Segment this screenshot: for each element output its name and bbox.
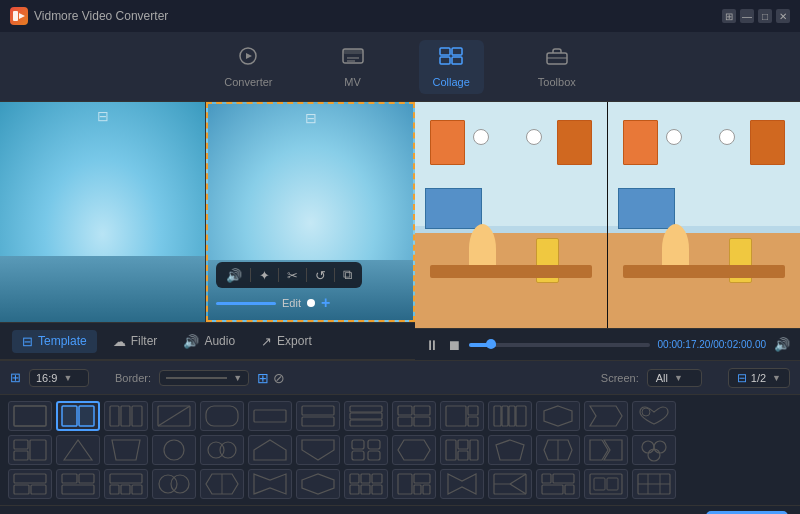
svg-rect-61 [470, 440, 478, 460]
svg-rect-25 [302, 417, 334, 426]
tpl-3-7[interactable] [296, 469, 340, 499]
tpl-1-11[interactable] [488, 401, 532, 431]
tpl-3-5[interactable] [200, 469, 244, 499]
sparkle-icon[interactable]: ✦ [259, 268, 270, 283]
tpl-3-9[interactable] [392, 469, 436, 499]
tpl-2-5[interactable] [200, 435, 244, 465]
grid-icon-1[interactable]: ⊞ [257, 370, 269, 386]
tpl-1-13[interactable] [584, 401, 628, 431]
tab-export[interactable]: ↗ Export [251, 330, 322, 353]
svg-rect-14 [14, 406, 46, 426]
svg-rect-89 [350, 485, 359, 494]
tpl-3-14[interactable] [632, 469, 676, 499]
titlebar-menu-btn[interactable]: ⊞ [722, 9, 736, 23]
progress-bar[interactable] [469, 343, 650, 347]
svg-rect-37 [502, 406, 508, 426]
tpl-1-1[interactable] [8, 401, 52, 431]
svg-rect-9 [452, 48, 462, 55]
svg-rect-15 [62, 406, 77, 426]
main-content: ⊟ ⊟ 🔊 ✦ [0, 102, 800, 514]
tpl-1-3[interactable] [104, 401, 148, 431]
tab-template[interactable]: ⊟ Template [12, 330, 97, 353]
tpl-2-14[interactable] [632, 435, 676, 465]
tab-audio[interactable]: 🔊 Audio [173, 330, 245, 353]
tpl-2-1[interactable] [8, 435, 52, 465]
tpl-1-2[interactable] [56, 401, 100, 431]
tpl-2-6[interactable] [248, 435, 292, 465]
tpl-2-7[interactable] [296, 435, 340, 465]
svg-rect-34 [468, 406, 478, 415]
tpl-2-10[interactable] [440, 435, 484, 465]
volume-icon[interactable]: 🔊 [226, 268, 242, 283]
titlebar-close-btn[interactable]: ✕ [776, 9, 790, 23]
svg-rect-59 [458, 440, 468, 449]
tpl-2-3[interactable] [104, 435, 148, 465]
tpl-1-4[interactable] [152, 401, 196, 431]
tpl-3-2[interactable] [56, 469, 100, 499]
scissors-icon[interactable]: ✂ [287, 268, 298, 283]
nav-toolbox[interactable]: Toolbox [524, 40, 590, 94]
svg-marker-41 [590, 406, 622, 426]
picture-right-2 [750, 120, 785, 165]
tpl-2-2[interactable] [56, 435, 100, 465]
grid-icon-2[interactable]: ⊘ [273, 370, 285, 386]
video-slot-right[interactable]: ⊟ 🔊 ✦ ✂ ↺ ⧉ [206, 102, 415, 322]
export-tab-icon: ↗ [261, 334, 272, 349]
nav-converter[interactable]: Converter [210, 40, 286, 94]
copy-icon[interactable]: ⧉ [343, 267, 352, 283]
tpl-1-9[interactable] [392, 401, 436, 431]
clock-right-1 [666, 129, 682, 145]
ratio-select[interactable]: 16:9 ▼ [29, 369, 89, 387]
tpl-3-3[interactable] [104, 469, 148, 499]
screen-select[interactable]: All ▼ [647, 369, 702, 387]
border-select[interactable]: ▼ [159, 370, 249, 386]
svg-rect-18 [121, 406, 130, 426]
svg-marker-46 [64, 440, 92, 460]
titlebar-controls[interactable]: ⊞ — □ ✕ [722, 9, 790, 23]
tpl-3-6[interactable] [248, 469, 292, 499]
tpl-3-13[interactable] [584, 469, 628, 499]
tpl-1-12[interactable] [536, 401, 580, 431]
svg-rect-101 [542, 474, 551, 483]
stop-btn[interactable]: ⏹ [447, 337, 461, 353]
video-slot-left[interactable]: ⊟ [0, 102, 206, 322]
nav-mv[interactable]: MV [327, 40, 379, 94]
tpl-2-4[interactable] [152, 435, 196, 465]
tpl-2-11[interactable] [488, 435, 532, 465]
tpl-3-11[interactable] [488, 469, 532, 499]
page-indicator[interactable]: ⊟ 1/2 ▼ [728, 368, 790, 388]
tpl-3-4[interactable] [152, 469, 196, 499]
tpl-1-5[interactable] [200, 401, 244, 431]
svg-rect-106 [594, 478, 605, 490]
rotate-icon[interactable]: ↺ [315, 268, 326, 283]
volume-playback-icon[interactable]: 🔊 [774, 337, 790, 352]
tpl-3-10[interactable] [440, 469, 484, 499]
edit-label-row: Edit + [216, 294, 330, 312]
preview-video [415, 102, 800, 328]
nav-collage[interactable]: Collage [419, 40, 484, 94]
tpl-3-12[interactable] [536, 469, 580, 499]
tpl-2-8[interactable] [344, 435, 388, 465]
svg-point-48 [164, 440, 184, 460]
svg-rect-28 [350, 420, 382, 426]
tpl-3-8[interactable] [344, 469, 388, 499]
titlebar-minimize-btn[interactable]: — [740, 9, 754, 23]
template-toolbar: ⊞ 16:9 ▼ Border: ▼ ⊞ ⊘ [0, 361, 800, 395]
tpl-2-9[interactable] [392, 435, 436, 465]
edit-label: Edit [282, 297, 301, 309]
tpl-3-1[interactable] [8, 469, 52, 499]
svg-marker-47 [112, 440, 140, 460]
titlebar-maximize-btn[interactable]: □ [758, 9, 772, 23]
tpl-1-8[interactable] [344, 401, 388, 431]
tpl-1-6[interactable] [248, 401, 292, 431]
tab-filter[interactable]: ☁ Filter [103, 330, 168, 353]
tpl-2-12[interactable] [536, 435, 580, 465]
pause-btn[interactable]: ⏸ [425, 337, 439, 353]
tpl-2-13[interactable] [584, 435, 628, 465]
tpl-1-10[interactable] [440, 401, 484, 431]
svg-rect-16 [79, 406, 94, 426]
edit-plus[interactable]: + [321, 294, 330, 312]
tpl-1-14[interactable] [632, 401, 676, 431]
svg-rect-31 [398, 417, 412, 426]
tpl-1-7[interactable] [296, 401, 340, 431]
